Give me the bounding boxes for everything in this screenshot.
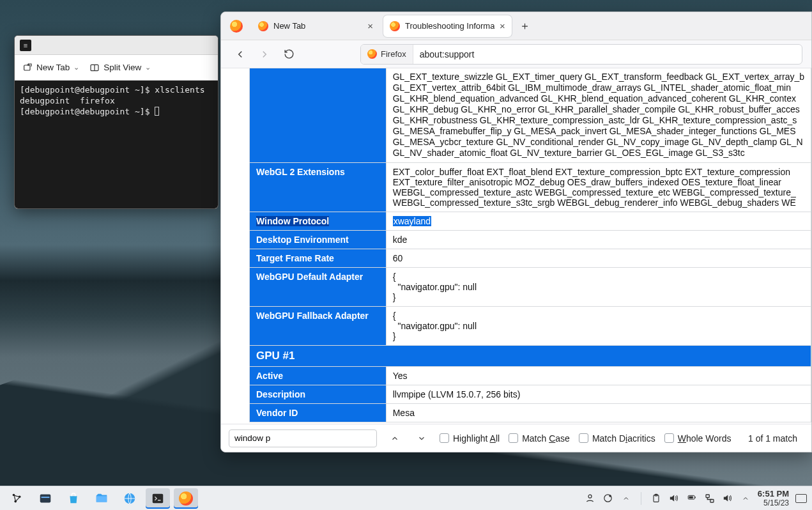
taskbar-software-center[interactable] <box>61 488 86 509</box>
svg-rect-21 <box>710 499 714 502</box>
row-label <box>250 68 387 163</box>
taskbar: 6:51 PM 5/15/23 <box>0 486 812 510</box>
battery-icon[interactable] <box>686 493 698 504</box>
tray-expand-icon-2[interactable] <box>740 493 751 504</box>
terminal-toolbar: New Tab ⌄ Split View ⌄ <box>15 55 218 81</box>
clock[interactable]: 6:51 PM 5/15/23 <box>758 490 789 507</box>
gl-extensions-cell[interactable]: GL_EXT_texture_swizzle GL_EXT_timer_quer… <box>386 68 811 163</box>
svg-rect-9 <box>96 496 107 502</box>
find-match-count: 1 of 1 match <box>748 433 797 444</box>
svg-rect-20 <box>706 495 709 498</box>
svg-rect-18 <box>695 497 696 498</box>
row-label-target-frame-rate: Target Frame Rate <box>250 249 387 268</box>
url-input[interactable] <box>413 49 802 59</box>
taskbar-web-browser[interactable] <box>118 488 142 509</box>
tab-troubleshooting[interactable]: Troubleshooting Informati × <box>383 15 512 37</box>
target-frame-cell[interactable]: 60 <box>386 249 811 268</box>
svg-rect-11 <box>153 493 164 503</box>
chevron-down-icon <box>417 434 426 443</box>
webgpu-fallback-cell[interactable]: { "navigator.gpu": null } <box>386 307 811 346</box>
split-view-icon <box>89 63 100 73</box>
firefox-window[interactable]: New Tab × Troubleshooting Informati × ＋ … <box>220 12 812 452</box>
tab-strip: New Tab × Troubleshooting Informati × ＋ <box>221 12 811 40</box>
match-case-checkbox[interactable]: Match Case <box>509 433 570 444</box>
terminal-window[interactable]: ≡ New Tab ⌄ Split View ⌄ [debugpoint@deb… <box>14 35 218 209</box>
taskbar-file-manager[interactable] <box>89 488 114 509</box>
back-button[interactable] <box>230 44 250 65</box>
desktop-env-cell[interactable]: kde <box>386 231 811 249</box>
folder-icon <box>95 491 109 506</box>
settings-panel-icon <box>38 491 52 506</box>
terminal-body[interactable]: [debugpoint@debugpoint ~]$ xlsclients de… <box>15 81 218 208</box>
row-label-desktop-env: Desktop Environment <box>250 231 387 249</box>
webgl2-ext-cell[interactable]: EXT_color_buffer_float EXT_float_blend E… <box>386 163 811 212</box>
highlight-all-checkbox[interactable]: Highlight All <box>440 433 500 444</box>
webgpu-default-cell[interactable]: { "navigator.gpu": null } <box>386 268 811 307</box>
page-content[interactable]: GL_EXT_texture_swizzle GL_EXT_timer_quer… <box>221 68 811 424</box>
terminal-titlebar[interactable]: ≡ <box>15 36 218 55</box>
reload-icon <box>284 49 295 59</box>
volume-icon-2[interactable] <box>722 493 733 504</box>
row-label-webgpu-default: WebGPU Default Adapter <box>250 268 387 307</box>
globe-icon <box>123 491 137 506</box>
network-icon[interactable] <box>704 493 716 504</box>
firefox-icon <box>179 491 193 506</box>
new-tab-icon <box>22 63 33 73</box>
arrow-right-icon <box>259 49 270 60</box>
kde-launcher-icon <box>10 491 24 506</box>
tray-expand-icon[interactable] <box>620 493 632 504</box>
firefox-favicon-icon <box>390 21 400 31</box>
chevron-up-icon <box>390 434 399 443</box>
description-cell[interactable]: llvmpipe (LLVM 15.0.7, 256 bits) <box>386 385 811 404</box>
clock-time: 6:51 PM <box>758 490 789 498</box>
close-icon[interactable]: × <box>367 20 373 31</box>
url-bar[interactable]: Firefox <box>360 44 802 65</box>
terminal-icon <box>151 491 165 506</box>
updates-icon[interactable] <box>602 493 614 504</box>
tab-new-tab[interactable]: New Tab × <box>252 15 379 37</box>
desktop-rect-icon <box>795 494 807 503</box>
tab-label: Troubleshooting Informati <box>405 21 494 31</box>
gpu1-section-header: GPU #1 <box>250 346 811 367</box>
terminal-split-view-button[interactable]: Split View ⌄ <box>89 63 151 73</box>
volume-icon[interactable] <box>668 493 680 504</box>
terminal-cursor <box>155 107 159 116</box>
active-cell[interactable]: Yes <box>386 367 811 385</box>
svg-point-12 <box>588 495 592 498</box>
firefox-logo-icon[interactable] <box>230 20 243 33</box>
firefox-identity-icon <box>367 49 377 59</box>
svg-rect-8 <box>42 497 50 498</box>
clock-date: 5/15/23 <box>758 498 789 507</box>
find-next-button[interactable] <box>413 429 431 447</box>
row-label-vendor-id: Vendor ID <box>250 404 387 422</box>
row-label-active: Active <box>250 367 387 385</box>
terminal-menu-icon[interactable]: ≡ <box>20 40 31 51</box>
close-icon[interactable]: × <box>500 20 505 31</box>
chevron-down-icon: ⌄ <box>73 63 79 72</box>
row-label-webgl2-ext: WebGL 2 Extensions <box>250 163 387 212</box>
clipboard-icon[interactable] <box>650 493 662 504</box>
graphics-table: GL_EXT_texture_swizzle GL_EXT_timer_quer… <box>249 68 811 422</box>
taskbar-firefox[interactable] <box>174 488 198 509</box>
identity-box[interactable]: Firefox <box>361 45 413 64</box>
window-protocol-cell[interactable]: xwayland <box>386 212 811 231</box>
find-prev-button[interactable] <box>386 429 404 447</box>
new-tab-button[interactable]: ＋ <box>516 17 535 36</box>
chevron-down-icon: ⌄ <box>145 63 151 72</box>
app-launcher-button[interactable] <box>5 488 29 509</box>
svg-point-14 <box>609 495 612 497</box>
user-icon[interactable] <box>585 493 596 504</box>
tab-label: New Tab <box>273 21 305 31</box>
taskbar-system-settings[interactable] <box>33 488 57 509</box>
match-diacritics-checkbox[interactable]: Match Diacritics <box>579 433 655 444</box>
show-desktop-button[interactable] <box>795 493 807 504</box>
forward-button[interactable] <box>254 44 275 65</box>
svg-rect-7 <box>40 494 51 502</box>
firefox-favicon-icon <box>258 21 268 31</box>
taskbar-terminal[interactable] <box>146 488 170 509</box>
whole-words-checkbox[interactable]: Whole Words <box>664 433 732 444</box>
find-input[interactable] <box>229 429 377 447</box>
reload-button[interactable] <box>279 44 299 65</box>
vendor-id-cell[interactable]: Mesa <box>386 404 811 422</box>
terminal-new-tab-button[interactable]: New Tab ⌄ <box>22 63 79 73</box>
